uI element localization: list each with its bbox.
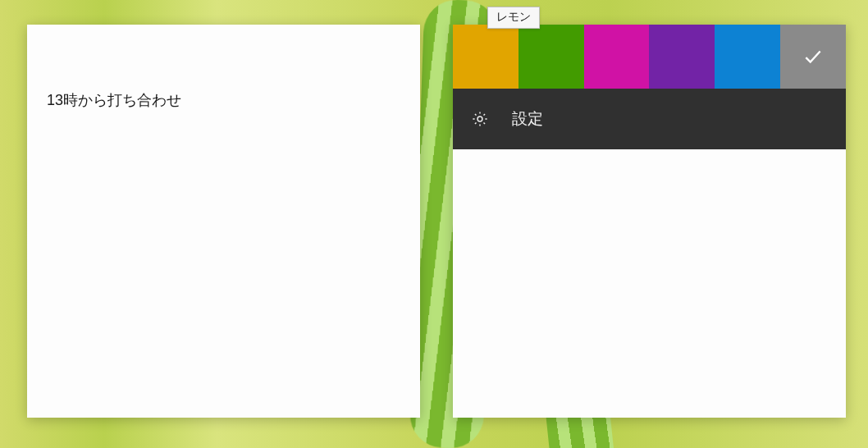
note-text[interactable]: 13時から打ち合わせ: [27, 25, 420, 126]
color-picker-row: [453, 25, 846, 89]
check-icon: [802, 46, 824, 67]
gear-icon: [471, 110, 489, 128]
svg-point-0: [477, 117, 482, 121]
color-swatch-grey[interactable]: [780, 25, 846, 89]
color-tooltip: レモン: [487, 7, 540, 29]
sticky-note-left[interactable]: 13時から打ち合わせ: [27, 25, 420, 418]
color-swatch-green[interactable]: [519, 25, 584, 89]
color-swatch-lemon[interactable]: [453, 25, 519, 89]
settings-label: 設定: [512, 108, 543, 130]
color-swatch-purple[interactable]: [649, 25, 715, 89]
note-body[interactable]: [453, 149, 846, 418]
color-swatch-blue[interactable]: [715, 25, 780, 89]
color-swatch-magenta[interactable]: [584, 25, 650, 89]
settings-button[interactable]: 設定: [453, 89, 846, 149]
sticky-note-right: レモン 設定: [453, 25, 846, 418]
